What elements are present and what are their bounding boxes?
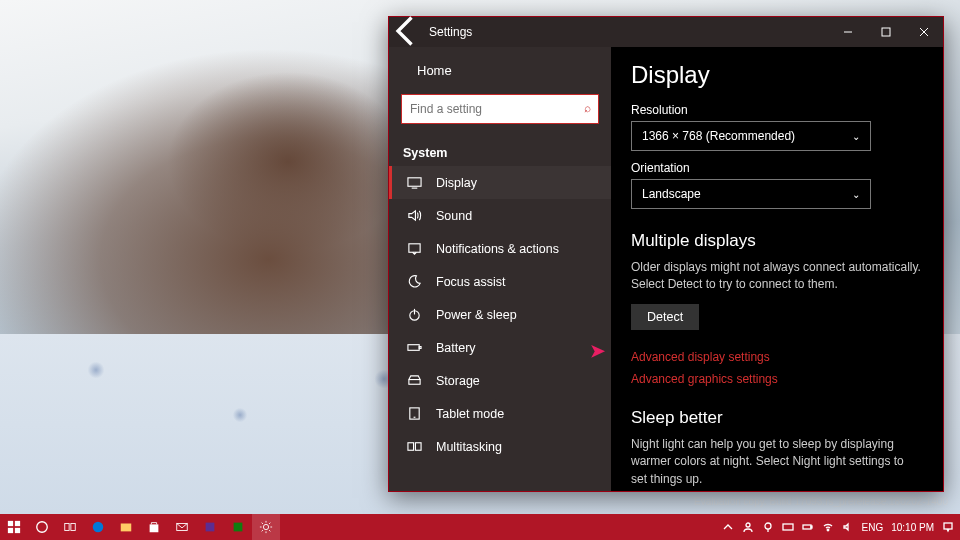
- window-title: Settings: [425, 25, 472, 39]
- edge-icon[interactable]: [84, 514, 112, 540]
- tray-up-icon[interactable]: [722, 521, 734, 533]
- svg-rect-27: [206, 523, 215, 532]
- svg-rect-10: [419, 347, 421, 349]
- sidebar-item-multitasking[interactable]: Multitasking: [389, 430, 611, 463]
- svg-rect-28: [234, 523, 243, 532]
- sleep-better-text: Night light can help you get to sleep by…: [631, 436, 923, 488]
- sidebar-item-label: Battery: [436, 341, 476, 355]
- multiple-displays-text: Older displays might not always connect …: [631, 259, 923, 294]
- people-icon[interactable]: [742, 521, 754, 533]
- mail-icon[interactable]: [168, 514, 196, 540]
- resolution-select[interactable]: 1366 × 768 (Recommended) ⌄: [631, 121, 871, 151]
- orientation-value: Landscape: [642, 187, 701, 201]
- advanced-display-link[interactable]: Advanced display settings: [631, 350, 923, 364]
- category-heading: System: [389, 134, 611, 166]
- explorer-icon[interactable]: [112, 514, 140, 540]
- sidebar-item-battery[interactable]: Battery: [389, 331, 611, 364]
- svg-rect-24: [121, 524, 132, 532]
- svg-rect-4: [407, 178, 420, 186]
- svg-point-20: [37, 522, 48, 533]
- sidebar-item-label: Multitasking: [436, 440, 502, 454]
- action-center-icon[interactable]: [942, 521, 954, 533]
- sidebar-item-label: Sound: [436, 209, 472, 223]
- svg-rect-17: [15, 521, 20, 526]
- location-icon[interactable]: [762, 521, 774, 533]
- focus-icon: [406, 274, 422, 289]
- orientation-select[interactable]: Landscape ⌄: [631, 179, 871, 209]
- sidebar-item-label: Storage: [436, 374, 480, 388]
- battery-tray-icon[interactable]: [802, 521, 814, 533]
- sleep-better-heading: Sleep better: [631, 408, 923, 428]
- app-icon-2[interactable]: [224, 514, 252, 540]
- keyboard-icon[interactable]: [782, 521, 794, 533]
- display-icon: [406, 175, 422, 190]
- minimize-button[interactable]: [829, 17, 867, 47]
- power-icon: [406, 307, 422, 322]
- search-input[interactable]: [401, 94, 599, 124]
- svg-rect-32: [783, 524, 793, 530]
- volume-icon[interactable]: [842, 521, 854, 533]
- sound-icon: [406, 208, 422, 223]
- sidebar-item-label: Display: [436, 176, 477, 190]
- sidebar-item-label: Focus assist: [436, 275, 505, 289]
- sidebar-item-sound[interactable]: Sound: [389, 199, 611, 232]
- svg-rect-21: [65, 524, 69, 531]
- sidebar-item-focus[interactable]: Focus assist: [389, 265, 611, 298]
- multiple-displays-heading: Multiple displays: [631, 231, 923, 251]
- svg-rect-22: [71, 524, 75, 531]
- sidebar-item-label: Power & sleep: [436, 308, 517, 322]
- svg-rect-14: [407, 443, 413, 451]
- titlebar: Settings: [389, 17, 943, 47]
- svg-point-30: [746, 523, 750, 527]
- start-button[interactable]: [0, 514, 28, 540]
- back-button[interactable]: [389, 13, 425, 52]
- home-label: Home: [417, 63, 452, 78]
- svg-point-23: [93, 522, 104, 533]
- wifi-icon[interactable]: [822, 521, 834, 533]
- svg-rect-11: [408, 380, 419, 385]
- battery-icon: [406, 340, 422, 355]
- svg-rect-33: [803, 525, 811, 529]
- chevron-down-icon: ⌄: [852, 189, 860, 200]
- page-title: Display: [631, 61, 923, 89]
- svg-rect-34: [811, 526, 812, 528]
- sidebar-item-label: Notifications & actions: [436, 242, 559, 256]
- advanced-graphics-link[interactable]: Advanced graphics settings: [631, 372, 923, 386]
- store-icon[interactable]: [140, 514, 168, 540]
- svg-rect-18: [8, 528, 13, 533]
- svg-rect-1: [882, 28, 890, 36]
- svg-rect-9: [407, 345, 418, 351]
- orientation-label: Orientation: [631, 161, 923, 175]
- svg-rect-25: [150, 524, 159, 532]
- main-panel: Display Resolution 1366 × 768 (Recommend…: [611, 47, 943, 491]
- svg-point-29: [263, 524, 268, 529]
- settings-taskbar-icon[interactable]: [252, 514, 280, 540]
- tablet-icon: [406, 406, 422, 421]
- sidebar-item-storage[interactable]: Storage: [389, 364, 611, 397]
- svg-point-35: [827, 529, 829, 531]
- cortana-icon[interactable]: [28, 514, 56, 540]
- chevron-down-icon: ⌄: [852, 131, 860, 142]
- notifications-icon: [406, 241, 422, 256]
- multitasking-icon: [406, 439, 422, 454]
- resolution-label: Resolution: [631, 103, 923, 117]
- maximize-button[interactable]: [867, 17, 905, 47]
- taskbar: ENG 10:10 PM: [0, 514, 960, 540]
- sidebar-item-power[interactable]: Power & sleep: [389, 298, 611, 331]
- detect-button[interactable]: Detect: [631, 304, 699, 330]
- close-button[interactable]: [905, 17, 943, 47]
- settings-window: Settings Home ⌕ System Display Sound: [388, 16, 944, 492]
- app-icon[interactable]: [196, 514, 224, 540]
- svg-rect-6: [408, 244, 419, 252]
- sidebar-item-notifications[interactable]: Notifications & actions: [389, 232, 611, 265]
- home-link[interactable]: Home: [389, 55, 611, 86]
- storage-icon: [406, 373, 422, 388]
- sidebar-item-tablet[interactable]: Tablet mode: [389, 397, 611, 430]
- language-indicator[interactable]: ENG: [862, 522, 884, 533]
- sidebar-item-display[interactable]: Display: [389, 166, 611, 199]
- svg-point-31: [765, 523, 771, 529]
- taskview-icon[interactable]: [56, 514, 84, 540]
- clock[interactable]: 10:10 PM: [891, 522, 934, 533]
- sidebar: Home ⌕ System Display Sound Notification…: [389, 47, 611, 491]
- sidebar-item-label: Tablet mode: [436, 407, 504, 421]
